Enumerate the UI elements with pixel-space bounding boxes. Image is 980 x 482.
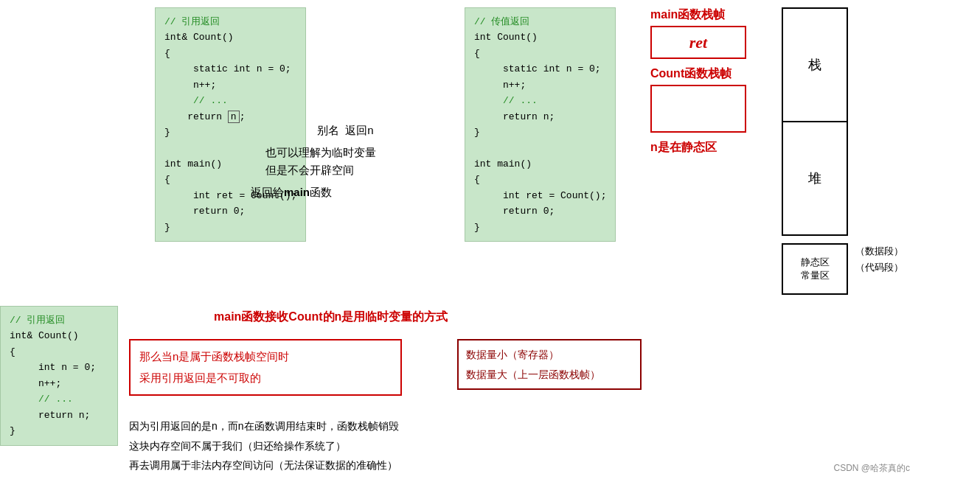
heap-label: 堆 <box>808 170 821 187</box>
annot-no-space-label: 但是不会开辟空间 <box>265 164 354 178</box>
data-segment-label: （数据段） <box>855 243 903 259</box>
code-line-ref12: return 0; <box>164 206 245 217</box>
count-frame-title: Count函数栈帧 <box>650 66 731 82</box>
bottom-line6: return n; <box>10 410 90 421</box>
val-line13: } <box>474 222 480 233</box>
val-line12: return 0; <box>474 206 555 217</box>
val-line4: n++; <box>474 80 526 91</box>
main-frame-title: main函数栈帧 <box>650 7 725 23</box>
ref-return-code-bottom: // 引用返回 int& Count() { int n = 0; n++; /… <box>0 306 118 446</box>
code-line-ref2: { <box>164 48 170 59</box>
ref-return-code-top: // 引用返回 int& Count() { static int n = 0;… <box>155 7 306 242</box>
code-line-ref10: { <box>164 174 170 185</box>
constant-area-text: 常量区 <box>801 269 830 282</box>
annot-alias-label: 别名 返回n <box>317 124 374 138</box>
val-return-code-top: // 传值返回 int Count() { static int n = 0; … <box>465 7 616 242</box>
stack-label: 栈 <box>808 56 821 74</box>
heap-section: 堆 <box>783 122 847 234</box>
bottom-line3: int n = 0; <box>10 362 96 373</box>
val-line11: int ret = Count(); <box>474 190 606 201</box>
data-size-line1: 数据量小（寄存器） <box>466 345 633 365</box>
code-line-ref13: } <box>164 222 170 233</box>
val-line5: // ... <box>474 95 538 106</box>
code-line-ref4: n++; <box>164 80 216 91</box>
comment-val-return: // 传值返回 <box>474 16 529 27</box>
code-line-ref6: return n; <box>164 111 245 122</box>
count-frame-box <box>650 85 746 133</box>
bottom-line4: n++; <box>10 378 61 389</box>
segment-labels: （数据段） （代码段） <box>855 243 903 276</box>
val-line6: return n; <box>474 111 555 122</box>
val-line3: static int n = 0; <box>474 63 601 74</box>
bottom-line1: int& Count() <box>10 330 79 341</box>
val-line7: } <box>474 127 480 138</box>
data-size-line2: 数据量大（上一层函数栈帧） <box>466 365 633 385</box>
ret-box: ret <box>650 26 746 59</box>
main-scene: // 引用返回 int& Count() { static int n = 0;… <box>0 0 980 482</box>
code-line-ref5: // ... <box>164 95 228 106</box>
bottom-line5: // ... <box>10 394 73 405</box>
warning-line1: 那么当n是属于函数栈帧空间时 <box>139 346 392 368</box>
annot-understand-label: 也可以理解为临时变量 <box>265 146 376 160</box>
bottom-explanation-text: 因为引用返回的是n，而n在函数调用结束时，函数栈帧销毁 这块内存空间不属于我们（… <box>129 416 399 475</box>
static-area-label: n是在静态区 <box>650 140 717 156</box>
code-line-ref3: static int n = 0; <box>164 63 291 74</box>
static-area-text: 静态区 <box>801 256 830 269</box>
code-line-ref1: int& Count() <box>164 32 234 43</box>
val-line2: { <box>474 48 480 59</box>
val-line1: int Count() <box>474 32 538 43</box>
code-line-ref9: int main() <box>164 158 222 170</box>
comment-ref-return: // 引用返回 <box>164 16 220 27</box>
val-line9: int main() <box>474 158 532 170</box>
stack-heap-container: 栈 堆 <box>782 7 848 236</box>
explanation-line3: 再去调用属于非法内存空间访问（无法保证数据的准确性） <box>129 455 399 475</box>
warning-line2: 采用引用返回是不可取的 <box>139 368 392 389</box>
main-receives-annotation: main函数接收Count的n是用临时变量的方式 <box>214 310 448 325</box>
stack-section: 栈 <box>783 9 847 122</box>
code-line-ref7: } <box>164 127 170 138</box>
annot-return-main-label: 返回给main函数 <box>251 186 332 200</box>
watermark: CSDN @哈茶真的c <box>833 462 910 475</box>
explanation-line2: 这块内存空间不属于我们（归还给操作系统了） <box>129 436 399 456</box>
static-constant-area: 静态区 常量区 <box>782 243 848 295</box>
bottom-line7: } <box>10 425 15 436</box>
explanation-line1: 因为引用返回的是n，而n在函数调用结束时，函数栈帧销毁 <box>129 416 399 436</box>
bottom-line2: { <box>10 346 15 357</box>
warning-box: 那么当n是属于函数栈帧空间时 采用引用返回是不可取的 <box>129 339 402 396</box>
val-line10: { <box>474 174 480 185</box>
bottom-comment: // 引用返回 <box>10 315 65 326</box>
data-size-box: 数据量小（寄存器） 数据量大（上一层函数栈帧） <box>457 339 642 390</box>
code-segment-label: （代码段） <box>855 259 903 276</box>
